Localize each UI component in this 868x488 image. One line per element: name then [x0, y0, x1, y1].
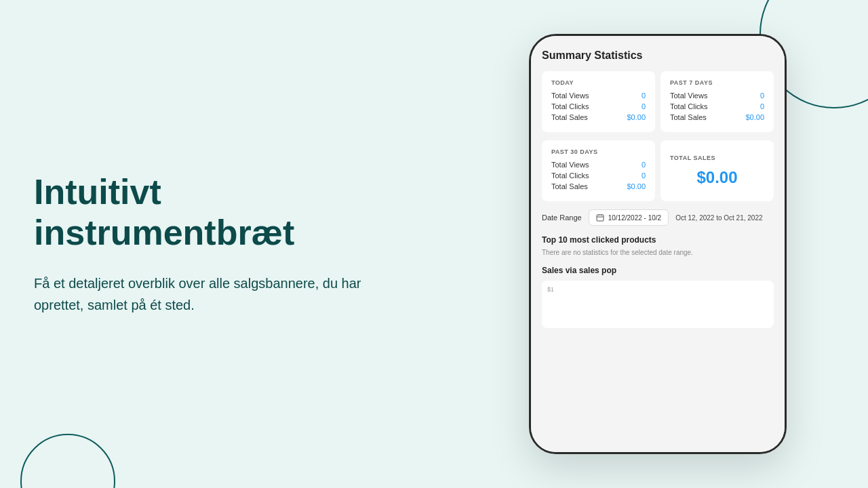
no-stats-text: There are no statistics for the selected… [542, 249, 774, 256]
deco-circle-bottom-left [20, 434, 115, 488]
past7-card: PAST 7 DAYS Total Views 0 Total Clicks 0… [660, 71, 774, 132]
today-sales-row: Total Sales $0.00 [551, 113, 646, 121]
today-card: TODAY Total Views 0 Total Clicks 0 Total… [542, 71, 655, 132]
today-clicks-row: Total Clicks 0 [551, 102, 646, 110]
total-sales-card-value: $0.00 [696, 168, 737, 187]
today-views-row: Total Views 0 [551, 92, 646, 100]
past7-views-row: Total Views 0 [670, 92, 764, 100]
calendar-icon [596, 214, 604, 222]
today-clicks-value: 0 [642, 102, 646, 110]
past7-clicks-label: Total Clicks [670, 102, 708, 110]
phone-mockup: Summary Statistics TODAY Total Views 0 T… [529, 34, 787, 454]
today-views-value: 0 [642, 92, 646, 100]
past7-clicks-value: 0 [760, 102, 764, 110]
past30-clicks-label: Total Clicks [551, 171, 589, 180]
past7-clicks-row: Total Clicks 0 [670, 102, 764, 110]
main-heading: Intuitivt instrumentbræt [34, 172, 387, 253]
date-range-display: Oct 12, 2022 to Oct 21, 2022 [675, 214, 762, 222]
date-range-row: Date Range 10/12/2022 - 10/2 Oct 12, 202… [542, 209, 774, 226]
date-picker-button[interactable]: 10/12/2022 - 10/2 [589, 209, 669, 226]
sub-text: Få et detaljeret overblik over alle salg… [34, 272, 387, 316]
past30-sales-label: Total Sales [551, 182, 588, 190]
top10-title: Top 10 most clicked products [542, 235, 774, 245]
past7-sales-value: $0.00 [745, 113, 764, 121]
past7-sales-label: Total Sales [670, 113, 707, 121]
past30-views-value: 0 [642, 161, 646, 169]
past7-sales-row: Total Sales $0.00 [670, 113, 764, 121]
chart-y-label: $1 [547, 286, 554, 293]
phone-screen: Summary Statistics TODAY Total Views 0 T… [531, 36, 785, 452]
stats-grid-top: TODAY Total Views 0 Total Clicks 0 Total… [542, 71, 774, 132]
sales-pop-chart: $1 [542, 281, 774, 328]
sales-pop-title: Sales via sales pop [542, 266, 774, 275]
today-sales-value: $0.00 [627, 113, 646, 121]
past30-views-label: Total Views [551, 161, 589, 169]
date-picker-value: 10/12/2022 - 10/2 [608, 214, 661, 222]
past7-views-label: Total Views [670, 92, 707, 100]
past30-card: PAST 30 DAYS Total Views 0 Total Clicks … [542, 140, 655, 201]
left-content: Intuitivt instrumentbræt Få et detaljere… [34, 172, 387, 316]
summary-statistics-title: Summary Statistics [542, 49, 774, 62]
past30-sales-value: $0.00 [627, 182, 646, 190]
past30-label: PAST 30 DAYS [551, 148, 646, 155]
date-range-label: Date Range [542, 214, 582, 222]
total-sales-card-label: TOTAL SALES [670, 155, 715, 161]
past30-sales-row: Total Sales $0.00 [551, 182, 646, 190]
past7-label: PAST 7 DAYS [670, 79, 764, 86]
svg-rect-0 [597, 215, 604, 221]
past30-views-row: Total Views 0 [551, 161, 646, 169]
past7-views-value: 0 [760, 92, 764, 100]
stats-grid-bottom: PAST 30 DAYS Total Views 0 Total Clicks … [542, 140, 774, 201]
total-sales-card: TOTAL SALES $0.00 [660, 140, 774, 201]
today-clicks-label: Total Clicks [551, 102, 589, 110]
today-views-label: Total Views [551, 92, 589, 100]
past30-clicks-value: 0 [642, 171, 646, 180]
past30-clicks-row: Total Clicks 0 [551, 171, 646, 180]
today-sales-label: Total Sales [551, 113, 588, 121]
today-label: TODAY [551, 79, 646, 86]
